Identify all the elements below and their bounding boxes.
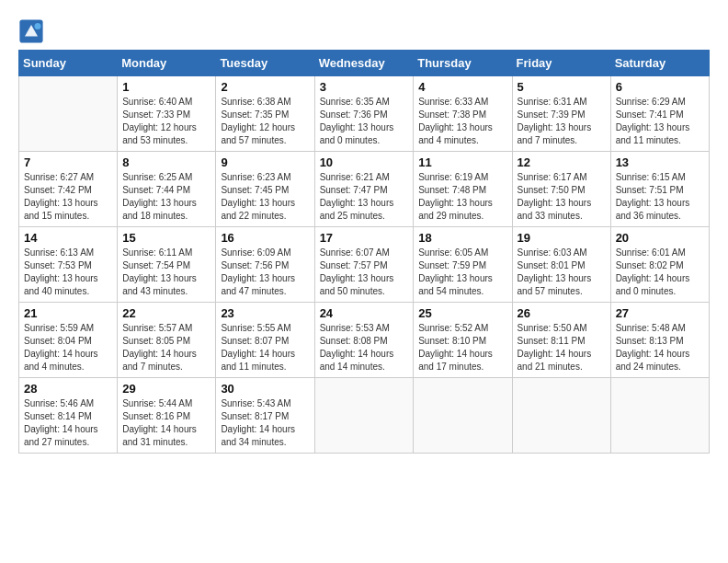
calendar-cell: 9Sunrise: 6:23 AM Sunset: 7:45 PM Daylig… xyxy=(216,152,314,227)
calendar-cell xyxy=(512,378,610,454)
calendar-cell: 13Sunrise: 6:15 AM Sunset: 7:51 PM Dayli… xyxy=(610,152,709,227)
calendar-cell xyxy=(314,378,414,454)
day-number: 5 xyxy=(518,80,606,94)
day-info: Sunrise: 5:59 AM Sunset: 8:04 PM Dayligh… xyxy=(24,322,112,373)
day-number: 10 xyxy=(320,155,409,169)
day-number: 30 xyxy=(221,382,309,396)
day-info: Sunrise: 6:31 AM Sunset: 7:39 PM Dayligh… xyxy=(518,96,606,147)
day-number: 8 xyxy=(122,155,210,169)
day-info: Sunrise: 5:48 AM Sunset: 8:13 PM Dayligh… xyxy=(616,322,704,373)
day-info: Sunrise: 6:03 AM Sunset: 8:01 PM Dayligh… xyxy=(518,247,606,298)
calendar-week-row: 28Sunrise: 5:46 AM Sunset: 8:14 PM Dayli… xyxy=(19,378,710,454)
calendar-cell: 30Sunrise: 5:43 AM Sunset: 8:17 PM Dayli… xyxy=(216,378,314,454)
day-number: 19 xyxy=(518,231,606,245)
day-info: Sunrise: 6:27 AM Sunset: 7:42 PM Dayligh… xyxy=(24,171,112,223)
day-info: Sunrise: 6:29 AM Sunset: 7:41 PM Dayligh… xyxy=(616,96,704,147)
day-info: Sunrise: 6:09 AM Sunset: 7:56 PM Dayligh… xyxy=(221,247,309,298)
calendar-cell: 24Sunrise: 5:53 AM Sunset: 8:08 PM Dayli… xyxy=(314,303,414,378)
day-info: Sunrise: 5:52 AM Sunset: 8:10 PM Dayligh… xyxy=(418,322,506,373)
day-number: 9 xyxy=(221,155,309,169)
calendar-week-row: 21Sunrise: 5:59 AM Sunset: 8:04 PM Dayli… xyxy=(19,303,710,378)
calendar-week-row: 1Sunrise: 6:40 AM Sunset: 7:33 PM Daylig… xyxy=(19,76,710,152)
svg-point-2 xyxy=(35,23,41,29)
day-info: Sunrise: 6:23 AM Sunset: 7:45 PM Dayligh… xyxy=(221,171,309,223)
day-number: 7 xyxy=(24,155,112,169)
day-info: Sunrise: 6:17 AM Sunset: 7:50 PM Dayligh… xyxy=(518,171,606,223)
day-number: 4 xyxy=(418,80,506,94)
day-info: Sunrise: 5:44 AM Sunset: 8:16 PM Dayligh… xyxy=(122,397,210,449)
day-number: 14 xyxy=(24,231,112,245)
calendar-cell: 26Sunrise: 5:50 AM Sunset: 8:11 PM Dayli… xyxy=(512,303,610,378)
day-of-week-header: Saturday xyxy=(610,51,709,76)
calendar-cell: 21Sunrise: 5:59 AM Sunset: 8:04 PM Dayli… xyxy=(19,303,118,378)
day-info: Sunrise: 6:25 AM Sunset: 7:44 PM Dayligh… xyxy=(122,171,210,223)
day-info: Sunrise: 5:50 AM Sunset: 8:11 PM Dayligh… xyxy=(518,322,606,373)
day-number: 3 xyxy=(320,80,409,94)
day-of-week-header: Sunday xyxy=(19,51,118,76)
calendar-cell: 2Sunrise: 6:38 AM Sunset: 7:35 PM Daylig… xyxy=(216,76,314,152)
calendar-cell: 11Sunrise: 6:19 AM Sunset: 7:48 PM Dayli… xyxy=(414,152,512,227)
day-info: Sunrise: 6:07 AM Sunset: 7:57 PM Dayligh… xyxy=(320,247,409,298)
calendar-cell: 29Sunrise: 5:44 AM Sunset: 8:16 PM Dayli… xyxy=(118,378,216,454)
day-info: Sunrise: 6:05 AM Sunset: 7:59 PM Dayligh… xyxy=(418,247,506,298)
day-info: Sunrise: 6:38 AM Sunset: 7:35 PM Dayligh… xyxy=(221,96,309,147)
calendar-cell: 1Sunrise: 6:40 AM Sunset: 7:33 PM Daylig… xyxy=(118,76,216,152)
calendar-table: SundayMondayTuesdayWednesdayThursdayFrid… xyxy=(18,50,710,454)
day-of-week-header: Tuesday xyxy=(216,51,314,76)
day-number: 17 xyxy=(320,231,409,245)
calendar-cell: 16Sunrise: 6:09 AM Sunset: 7:56 PM Dayli… xyxy=(216,227,314,303)
calendar-header-row: SundayMondayTuesdayWednesdayThursdayFrid… xyxy=(19,51,710,76)
day-number: 24 xyxy=(320,306,409,320)
day-number: 29 xyxy=(122,382,210,396)
day-info: Sunrise: 6:19 AM Sunset: 7:48 PM Dayligh… xyxy=(418,171,506,223)
day-number: 12 xyxy=(518,155,606,169)
day-number: 15 xyxy=(122,231,210,245)
day-number: 6 xyxy=(616,80,704,94)
day-number: 2 xyxy=(221,80,309,94)
day-info: Sunrise: 5:55 AM Sunset: 8:07 PM Dayligh… xyxy=(221,322,309,373)
calendar-cell: 12Sunrise: 6:17 AM Sunset: 7:50 PM Dayli… xyxy=(512,152,610,227)
calendar-cell: 15Sunrise: 6:11 AM Sunset: 7:54 PM Dayli… xyxy=(118,227,216,303)
calendar-cell xyxy=(610,378,709,454)
calendar-cell: 14Sunrise: 6:13 AM Sunset: 7:53 PM Dayli… xyxy=(19,227,118,303)
calendar-cell: 20Sunrise: 6:01 AM Sunset: 8:02 PM Dayli… xyxy=(610,227,709,303)
calendar-cell: 23Sunrise: 5:55 AM Sunset: 8:07 PM Dayli… xyxy=(216,303,314,378)
day-info: Sunrise: 6:01 AM Sunset: 8:02 PM Dayligh… xyxy=(616,247,704,298)
day-number: 13 xyxy=(616,155,704,169)
calendar-cell: 28Sunrise: 5:46 AM Sunset: 8:14 PM Dayli… xyxy=(19,378,118,454)
day-of-week-header: Friday xyxy=(512,51,610,76)
calendar-cell: 19Sunrise: 6:03 AM Sunset: 8:01 PM Dayli… xyxy=(512,227,610,303)
day-info: Sunrise: 5:57 AM Sunset: 8:05 PM Dayligh… xyxy=(122,322,210,373)
calendar-week-row: 7Sunrise: 6:27 AM Sunset: 7:42 PM Daylig… xyxy=(19,152,710,227)
day-number: 22 xyxy=(122,306,210,320)
day-info: Sunrise: 6:13 AM Sunset: 7:53 PM Dayligh… xyxy=(24,247,112,298)
day-number: 27 xyxy=(616,306,704,320)
day-number: 25 xyxy=(418,306,506,320)
logo xyxy=(18,18,46,44)
calendar-cell: 7Sunrise: 6:27 AM Sunset: 7:42 PM Daylig… xyxy=(19,152,118,227)
day-number: 21 xyxy=(24,306,112,320)
day-number: 11 xyxy=(418,155,506,169)
day-info: Sunrise: 5:46 AM Sunset: 8:14 PM Dayligh… xyxy=(24,397,112,449)
day-info: Sunrise: 6:35 AM Sunset: 7:36 PM Dayligh… xyxy=(320,96,409,147)
day-info: Sunrise: 6:40 AM Sunset: 7:33 PM Dayligh… xyxy=(122,96,210,147)
day-info: Sunrise: 6:33 AM Sunset: 7:38 PM Dayligh… xyxy=(418,96,506,147)
day-number: 20 xyxy=(616,231,704,245)
day-info: Sunrise: 5:43 AM Sunset: 8:17 PM Dayligh… xyxy=(221,397,309,449)
day-of-week-header: Thursday xyxy=(414,51,512,76)
calendar-cell: 25Sunrise: 5:52 AM Sunset: 8:10 PM Dayli… xyxy=(414,303,512,378)
calendar-cell: 27Sunrise: 5:48 AM Sunset: 8:13 PM Dayli… xyxy=(610,303,709,378)
page-header xyxy=(18,18,710,44)
day-number: 1 xyxy=(122,80,210,94)
calendar-week-row: 14Sunrise: 6:13 AM Sunset: 7:53 PM Dayli… xyxy=(19,227,710,303)
day-number: 26 xyxy=(518,306,606,320)
day-number: 18 xyxy=(418,231,506,245)
day-number: 23 xyxy=(221,306,309,320)
calendar-cell: 10Sunrise: 6:21 AM Sunset: 7:47 PM Dayli… xyxy=(314,152,414,227)
calendar-cell: 22Sunrise: 5:57 AM Sunset: 8:05 PM Dayli… xyxy=(118,303,216,378)
day-of-week-header: Wednesday xyxy=(314,51,414,76)
calendar-cell: 5Sunrise: 6:31 AM Sunset: 7:39 PM Daylig… xyxy=(512,76,610,152)
calendar-cell xyxy=(414,378,512,454)
calendar-cell: 18Sunrise: 6:05 AM Sunset: 7:59 PM Dayli… xyxy=(414,227,512,303)
logo-icon xyxy=(18,18,44,44)
